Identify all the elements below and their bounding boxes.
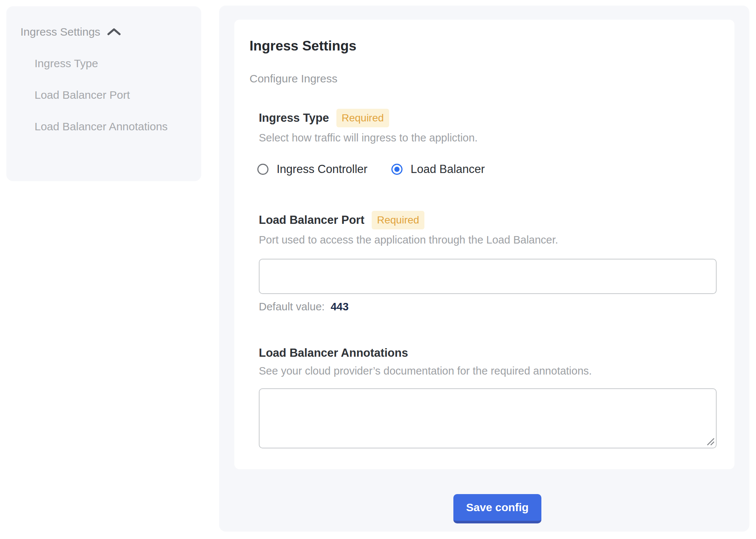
lb-port-description: Port used to access the application thro… [259, 232, 558, 247]
ingress-settings-card: Ingress Settings Configure Ingress Ingre… [234, 20, 734, 469]
section-heading-row: Ingress Type Required [259, 109, 478, 127]
load-balancer-port-input[interactable] [259, 259, 717, 294]
page-title: Ingress Settings [250, 38, 356, 54]
config-nav-sidebar: Ingress Settings Ingress Type Load Balan… [6, 6, 201, 181]
ingress-type-heading: Ingress Type [259, 111, 329, 125]
required-badge: Required [372, 211, 424, 229]
sidebar-item-load-balancer-port[interactable]: Load Balancer Port [35, 79, 172, 111]
page-subtitle: Configure Ingress [250, 72, 338, 85]
radio-option-ingress-controller[interactable]: Ingress Controller [257, 163, 368, 176]
lb-annotations-description: See your cloud provider’s documentation … [259, 363, 592, 378]
radio-label-ingress-controller: Ingress Controller [277, 163, 368, 176]
section-load-balancer-port: Load Balancer Port Required Port used to… [259, 211, 558, 247]
sidebar-nav-list: Ingress Type Load Balancer Port Load Bal… [20, 48, 201, 142]
section-heading-row: Load Balancer Annotations [259, 346, 592, 360]
default-value-number: 443 [330, 301, 348, 313]
chevron-up-icon [107, 27, 121, 37]
textarea-resize-handle-icon[interactable] [705, 436, 716, 447]
section-ingress-type: Ingress Type Required Select how traffic… [259, 109, 478, 145]
save-config-button[interactable]: Save config [453, 494, 541, 523]
required-badge: Required [336, 109, 389, 127]
ingress-type-description: Select how traffic will ingress to the a… [259, 130, 478, 145]
radio-unchecked-icon[interactable] [257, 164, 268, 175]
main-panel: Ingress Settings Configure Ingress Ingre… [219, 6, 749, 532]
radio-checked-icon[interactable] [391, 164, 403, 175]
sidebar-group-label: Ingress Settings [20, 26, 100, 38]
lb-port-heading: Load Balancer Port [259, 213, 364, 228]
load-balancer-annotations-textarea[interactable] [259, 388, 717, 448]
section-load-balancer-annotations: Load Balancer Annotations See your cloud… [259, 346, 592, 378]
sidebar-item-load-balancer-annotations[interactable]: Load Balancer Annotations [35, 111, 172, 142]
ingress-type-radio-group: Ingress Controller Load Balancer [257, 163, 485, 176]
lb-annotations-heading: Load Balancer Annotations [259, 346, 408, 360]
radio-label-load-balancer: Load Balancer [411, 163, 485, 176]
sidebar-item-ingress-type[interactable]: Ingress Type [35, 48, 172, 79]
default-value-row: Default value: 443 [259, 301, 349, 313]
radio-option-load-balancer[interactable]: Load Balancer [391, 163, 485, 176]
sidebar-group-ingress-settings[interactable]: Ingress Settings [20, 16, 201, 48]
default-value-label: Default value: [259, 301, 325, 313]
section-heading-row: Load Balancer Port Required [259, 211, 558, 229]
